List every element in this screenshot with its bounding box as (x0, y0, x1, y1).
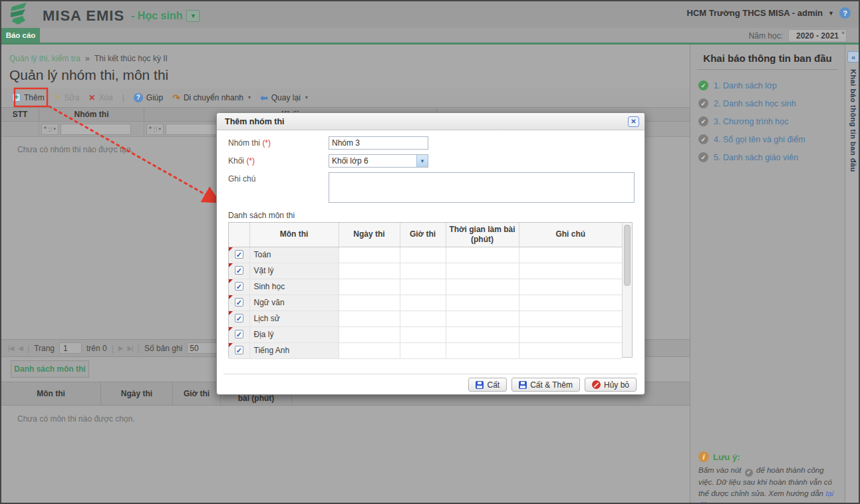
note-cell[interactable] (519, 279, 622, 295)
collapse-sidebar-button[interactable]: « (847, 51, 859, 63)
duration-cell[interactable] (446, 295, 519, 311)
duration-cell[interactable] (446, 311, 519, 326)
edit-button[interactable]: ✎ Sửa (54, 92, 80, 102)
close-icon[interactable]: ✕ (628, 116, 639, 127)
subject-name-cell: Toán (249, 247, 339, 263)
grade-select[interactable]: Khối lớp 6 ▼ (329, 154, 428, 168)
page-number-input[interactable]: 1 (59, 342, 82, 354)
note-cell[interactable] (519, 342, 622, 358)
note-cell[interactable] (519, 311, 622, 326)
prev-page-icon[interactable]: ◀ (18, 344, 23, 352)
column-header-nhom-thi[interactable]: Nhóm thi (39, 108, 144, 121)
exam-time-cell[interactable] (400, 342, 446, 358)
column-header-mon-thi[interactable]: Môn thi (249, 223, 339, 247)
duration-cell[interactable] (446, 279, 519, 295)
table-scrollbar[interactable] (622, 223, 632, 357)
column-header-ngay-thi[interactable]: Ngày thi (339, 223, 400, 247)
column-header-ngay-thi[interactable]: Ngày thi (101, 382, 173, 405)
table-row: ✓ Toán (229, 247, 622, 263)
column-header-gio-thi[interactable]: Giờ thi (173, 382, 221, 405)
exam-time-cell[interactable] (400, 279, 446, 295)
save-icon (476, 381, 484, 389)
exam-date-cell[interactable] (339, 342, 400, 358)
column-header-checkbox[interactable] (229, 223, 249, 247)
exam-time-cell[interactable] (400, 295, 446, 311)
scrollbar-thumb[interactable] (624, 225, 631, 286)
chevron-down-icon: ▾ (156, 126, 161, 132)
filter-operator-button[interactable]: * : ▾ (146, 124, 164, 135)
duration-cell[interactable] (446, 263, 519, 279)
note-cell[interactable] (519, 247, 622, 263)
row-checkbox[interactable]: ✓ (235, 266, 243, 275)
check-circle-icon: ✓ (698, 116, 708, 126)
row-checkbox[interactable]: ✓ (235, 298, 243, 307)
column-header-mon-thi[interactable]: Môn thi (1, 382, 101, 405)
module-dropdown[interactable]: ▼ (186, 10, 200, 22)
breadcrumb-parent[interactable]: Quản lý thi, kiểm tra (9, 54, 80, 63)
exam-time-cell[interactable] (400, 311, 446, 326)
exam-date-cell[interactable] (339, 311, 400, 326)
exam-date-cell[interactable] (339, 247, 400, 263)
tab-bao-cao[interactable]: Báo cáo (1, 28, 40, 43)
duration-cell[interactable] (446, 342, 519, 358)
sidebar-item-danh-sach-hoc-sinh[interactable]: ✓ 2. Danh sách học sinh (690, 94, 845, 112)
brand-name: MISA EMIS (43, 7, 124, 25)
account-caret-icon[interactable]: ▼ (828, 10, 834, 17)
delete-button[interactable]: ✕ Xóa (88, 93, 112, 102)
exam-date-cell[interactable] (339, 263, 400, 279)
tab-danh-sach-mon-thi[interactable]: Danh sách môn thi (11, 360, 89, 378)
next-page-icon[interactable]: ▶ (118, 344, 123, 352)
note-cell[interactable] (519, 263, 622, 279)
school-year-select[interactable]: 2020 - 2021 ˅ (788, 29, 847, 42)
column-header-thoi-gian[interactable]: Thời gian làm bài (phút) (446, 223, 519, 247)
back-button[interactable]: ⬅ Quay lại ▾ (260, 92, 308, 103)
sidebar-item-danh-sach-giao-vien[interactable]: ✓ 5. Danh sách giáo viên (690, 148, 845, 166)
table-row: ✓ Địa lý (229, 326, 622, 342)
help-icon[interactable]: ? (839, 7, 851, 19)
row-checkbox[interactable]: ✓ (235, 250, 243, 259)
duration-cell[interactable] (446, 326, 519, 342)
dialog-title: Thêm nhóm thi (225, 117, 285, 126)
exam-time-cell[interactable] (400, 247, 446, 263)
sidebar-item-chuong-trinh-hoc[interactable]: ✓ 3. Chương trình học (690, 112, 845, 130)
save-and-add-button[interactable]: Cất & Thêm (511, 378, 580, 392)
sidebar-item-danh-sach-lop[interactable]: ✓ 1. Danh sách lớp (690, 76, 845, 94)
last-page-icon[interactable]: ▶| (128, 344, 133, 352)
help-button[interactable]: ? Giúp (134, 93, 163, 102)
account-menu[interactable]: HCM Trường THCS MISA - admin (687, 8, 823, 18)
row-checkbox[interactable]: ✓ (235, 346, 243, 354)
exam-date-cell[interactable] (339, 326, 400, 342)
note-cell[interactable] (519, 326, 622, 342)
row-checkbox[interactable]: ✓ (235, 282, 243, 291)
subject-list-table: Môn thi Ngày thi Giờ thi Thời gian làm b… (228, 222, 633, 358)
duration-cell[interactable] (446, 247, 519, 263)
filter-input-nhom-thi[interactable] (61, 124, 131, 135)
subject-name-cell: Ngữ văn (249, 295, 339, 311)
exam-time-cell[interactable] (400, 326, 446, 342)
note-cell[interactable] (519, 295, 622, 311)
exam-time-cell[interactable] (400, 263, 446, 279)
first-page-icon[interactable]: |◀ (8, 344, 13, 352)
setup-sidebar: Khai báo thông tin ban đầu ✓ 1. Danh sác… (690, 45, 845, 504)
column-header-stt[interactable]: STT (1, 108, 39, 121)
subject-table-header-row: Môn thi Ngày thi Giờ thi Thời gian làm b… (229, 223, 622, 247)
sidebar-item-so-goi-ten[interactable]: ✓ 4. Sổ gọi tên và ghi điểm (690, 130, 845, 148)
chevron-down-icon[interactable]: ▼ (416, 155, 428, 167)
filter-cell-stt (1, 122, 39, 136)
group-name-input[interactable] (329, 136, 428, 150)
save-button[interactable]: Cất (468, 378, 507, 392)
filter-operator-button[interactable]: * : ▾ (41, 124, 59, 135)
add-button[interactable]: + Thêm (12, 93, 45, 102)
dialog-titlebar[interactable]: Thêm nhóm thi ✕ (217, 113, 645, 130)
row-checkbox[interactable]: ✓ (235, 330, 243, 338)
column-header-ghi-chu[interactable]: Ghi chú (519, 223, 622, 247)
note-textarea[interactable] (329, 172, 635, 203)
row-checkbox[interactable]: ✓ (235, 314, 243, 322)
subject-name-cell: Địa lý (249, 326, 339, 342)
cancel-button[interactable]: Hủy bỏ (585, 378, 637, 392)
exam-date-cell[interactable] (339, 295, 400, 311)
vertical-tab-label[interactable]: Khai báo thông tin ban đầu (849, 69, 857, 172)
quick-move-button[interactable]: ↷ Di chuyển nhanh ▾ (172, 92, 251, 103)
column-header-gio-thi[interactable]: Giờ thi (400, 223, 446, 247)
exam-date-cell[interactable] (339, 279, 400, 295)
